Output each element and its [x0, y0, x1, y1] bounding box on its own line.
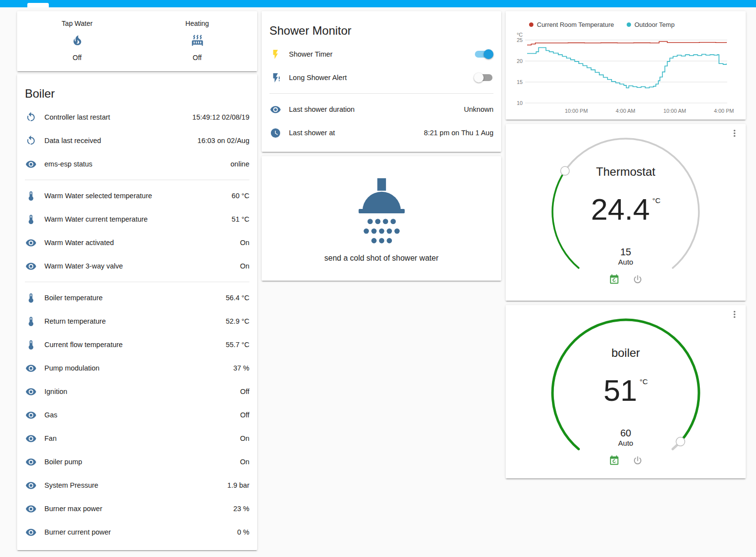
entity-row[interactable]: Burner current power0 %	[17, 520, 257, 544]
more-options-icon[interactable]	[729, 309, 741, 321]
hvac-mode: Auto	[506, 439, 746, 447]
entity-row[interactable]: Current flow temperature55.7 °C	[17, 333, 257, 356]
entity-name: Tap Water	[17, 19, 137, 28]
entity-row[interactable]: Warm Water 3-way valveOn	[17, 254, 257, 278]
calendar-sync-icon[interactable]	[608, 273, 620, 285]
boiler-entities-card: Boiler Controller last restart15:49:12 0…	[17, 74, 257, 550]
entity-value: Off	[240, 388, 249, 395]
entity-row[interactable]: GasOff	[17, 403, 257, 427]
tap-heating-card: Tap WaterOffHeatingOff	[17, 11, 257, 71]
entity-row: Shower Timer	[262, 42, 501, 66]
shower-action-card[interactable]: send a cold shot of shower water	[262, 156, 501, 281]
toggle-switch[interactable]	[474, 49, 493, 59]
thermometer-icon	[25, 213, 37, 225]
legend-item: Outdoor Temp	[627, 21, 674, 28]
eye-icon	[25, 526, 37, 538]
toggle-thumb	[474, 73, 484, 83]
entity-row[interactable]: Data last received16:03 on 02/Aug	[17, 129, 257, 152]
card-title: Shower Monitor	[262, 11, 501, 42]
active-tab-indicator[interactable]	[27, 3, 49, 7]
divider	[269, 93, 493, 94]
power-icon[interactable]	[632, 454, 643, 466]
thermostat-card: Thermostat 24.4°C 15 Auto	[506, 124, 746, 301]
entity-value: Off	[240, 411, 249, 419]
entity-row[interactable]: Pump modulation37 %	[17, 356, 257, 380]
entity-row: Long Shower Alert	[262, 66, 501, 89]
eye-icon	[25, 260, 37, 272]
fire-icon	[17, 34, 137, 47]
entity-name: Controller last restart	[44, 113, 188, 121]
eye-icon	[25, 503, 37, 515]
thermometer-icon	[25, 339, 37, 351]
entity-value: 8:21 pm on Thu 1 Aug	[424, 129, 493, 137]
entity-row[interactable]: Return temperature52.9 °C	[17, 309, 257, 333]
entity-row[interactable]: Warm Water selected temperature60 °C	[17, 184, 257, 207]
shower-head-icon	[352, 175, 411, 248]
entity-name: Boiler temperature	[44, 294, 222, 302]
entity-name: ems-esp status	[44, 160, 226, 168]
entity-name: Gas	[44, 411, 236, 419]
restart-icon	[25, 135, 37, 146]
entity-row[interactable]: Last shower durationUnknown	[262, 98, 501, 121]
svg-text:10: 10	[517, 100, 523, 106]
restart-icon	[25, 111, 37, 123]
entity-row[interactable]: Controller last restart15:49:12 02/08/19	[17, 105, 257, 129]
entity-row[interactable]: ems-esp statusonline	[17, 152, 257, 176]
entity-row[interactable]: IgnitionOff	[17, 380, 257, 403]
clock-icon	[269, 127, 281, 139]
glance-item-tap-water[interactable]: Tap WaterOff	[17, 19, 137, 62]
entity-list: Controller last restart15:49:12 02/08/19…	[17, 105, 257, 544]
svg-text:4:00 PM: 4:00 PM	[714, 108, 734, 114]
power-icon[interactable]	[632, 273, 643, 285]
temperature-unit: °C	[640, 377, 648, 386]
entity-row[interactable]: Boiler temperature56.4 °C	[17, 286, 257, 309]
current-temperature: 51°C	[506, 375, 746, 406]
current-temperature-value: 24.4	[591, 192, 650, 226]
entity-value: On	[240, 458, 249, 466]
divider	[25, 282, 249, 282]
toggle-switch[interactable]	[474, 73, 493, 83]
current-temperature-value: 51	[604, 373, 637, 407]
entity-row[interactable]: System Pressure1.9 bar	[17, 474, 257, 497]
entity-row[interactable]: Warm Water activatedOn	[17, 231, 257, 254]
entity-name: System Pressure	[44, 481, 224, 489]
gauge-title: boiler	[506, 346, 746, 360]
legend-label: Outdoor Temp	[634, 21, 674, 28]
app-header-bar	[0, 0, 756, 7]
calendar-sync-icon[interactable]	[608, 454, 620, 466]
temperature-history-chart-card: Current Room TemperatureOutdoor Temp 252…	[506, 11, 746, 120]
entity-value: 16:03 on 02/Aug	[198, 137, 249, 144]
entity-row[interactable]: Boiler pumpOn	[17, 450, 257, 474]
entity-state: Off	[17, 53, 137, 62]
entity-value: 51 °C	[232, 215, 249, 223]
entity-value: 60 °C	[232, 192, 249, 200]
entity-value: 1.9 bar	[227, 481, 249, 489]
glance-row: Tap WaterOffHeatingOff	[17, 11, 257, 62]
entity-value: On	[240, 262, 249, 270]
entity-row[interactable]: Warm Water current temperature51 °C	[17, 207, 257, 231]
toggle-thumb	[484, 49, 493, 59]
entity-row[interactable]: Last shower at8:21 pm on Thu 1 Aug	[262, 121, 501, 144]
entity-row[interactable]: FanOn	[17, 427, 257, 450]
eye-icon	[25, 456, 37, 468]
entity-value: Unknown	[464, 105, 493, 113]
legend-label: Current Room Temperature	[537, 21, 614, 28]
more-options-icon[interactable]	[729, 128, 741, 140]
legend-color-dot	[529, 22, 533, 27]
entity-value: 37 %	[233, 364, 249, 372]
entity-name: Warm Water current temperature	[44, 215, 228, 223]
glance-item-heating[interactable]: HeatingOff	[137, 19, 257, 62]
entity-name: Warm Water 3-way valve	[44, 262, 236, 270]
entity-name: Warm Water activated	[44, 239, 236, 247]
flash-icon	[269, 48, 281, 60]
entity-name: Return temperature	[44, 317, 222, 325]
entity-name: Pump modulation	[44, 364, 229, 372]
entity-value: On	[240, 434, 249, 442]
entity-value: 15:49:12 02/08/19	[192, 113, 249, 121]
entity-row[interactable]: Burner max power23 %	[17, 497, 257, 520]
entity-name: Last shower duration	[289, 105, 460, 113]
svg-text:°C: °C	[517, 32, 523, 38]
mode-buttons	[506, 454, 746, 466]
svg-text:25: 25	[517, 37, 523, 43]
entity-name: Shower Timer	[289, 50, 470, 58]
